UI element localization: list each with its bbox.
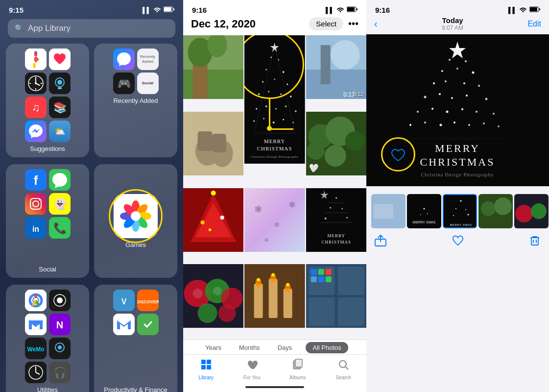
battery-p3 <box>529 6 540 14</box>
app-discover[interactable]: DISCOVER <box>137 290 159 311</box>
app-nubank-prod[interactable] <box>137 314 159 335</box>
photo-red-tree[interactable] <box>183 188 243 252</box>
app-facebook[interactable]: f <box>25 169 47 191</box>
app-gmail[interactable] <box>25 314 47 335</box>
nav-years[interactable]: Years <box>201 342 225 353</box>
strip-thumb-4[interactable] <box>478 194 513 228</box>
svg-text:❄: ❄ <box>274 220 280 229</box>
app-nubank[interactable]: N <box>49 314 71 335</box>
photo-baubles[interactable] <box>183 264 243 328</box>
app-photos-large[interactable] <box>114 194 158 238</box>
photo-main-display[interactable]: MERRY CHRISTMAS Christina Design Photogr… <box>366 34 549 186</box>
photos-date: Dec 12, 2020 <box>191 18 256 30</box>
nav-days[interactable]: Days <box>274 342 296 353</box>
nav-months[interactable]: Months <box>235 342 264 353</box>
photo-pastel[interactable]: ❄ ❄ ❄ ❄ <box>244 188 305 252</box>
app-clock[interactable] <box>25 73 47 94</box>
svg-rect-94 <box>357 8 358 10</box>
app-phone[interactable]: 📞 <box>49 217 71 239</box>
app-instagram[interactable] <box>25 193 47 215</box>
app-health[interactable] <box>49 49 71 70</box>
heart-favorite-button[interactable] <box>452 234 464 250</box>
wifi-p2 <box>336 6 344 14</box>
edit-button[interactable]: Edit <box>527 20 541 28</box>
svg-text:CHRISTMAS: CHRISTMAS <box>257 146 292 151</box>
app-messages[interactable] <box>49 169 71 191</box>
svg-point-149 <box>220 216 224 220</box>
svg-point-123 <box>292 122 294 123</box>
app-ring[interactable] <box>49 73 71 94</box>
select-button[interactable]: Select <box>309 17 343 30</box>
app-ring-util[interactable] <box>49 338 71 359</box>
app-games[interactable]: 🎮 <box>113 73 135 94</box>
tab-albums[interactable]: Albums <box>275 359 321 380</box>
app-wemo[interactable]: WeMo <box>25 338 47 359</box>
search-icon: 🔍 <box>15 24 24 33</box>
status-bar-p3: 9:16 ▌▌ <box>366 0 549 14</box>
svg-point-183 <box>257 278 260 281</box>
svg-point-213 <box>449 59 451 61</box>
back-button[interactable]: ‹ <box>374 18 378 29</box>
app-messenger-s[interactable] <box>25 121 47 142</box>
svg-point-222 <box>424 96 427 98</box>
app-music[interactable]: ♫ <box>25 97 47 118</box>
strip-thumb-3[interactable]: MERRY XMAS <box>443 194 477 228</box>
photo-outdoor1[interactable] <box>183 35 243 99</box>
svg-text:f: f <box>33 173 38 188</box>
svg-point-234 <box>424 122 426 123</box>
tab-library[interactable]: Library <box>183 359 229 380</box>
svg-rect-194 <box>310 276 316 282</box>
battery-icon <box>164 6 174 14</box>
social-label: Social <box>39 266 56 273</box>
strip-thumb-2[interactable]: MERRY XMAS <box>407 194 441 228</box>
svg-point-36 <box>39 199 40 201</box>
tab-search[interactable]: Search <box>321 359 367 380</box>
app-books[interactable]: 📚 <box>49 97 71 118</box>
status-icons-p1: ▌▌ <box>143 6 174 14</box>
app-gmail-prod[interactable] <box>113 314 135 335</box>
strip-thumb-5[interactable] <box>514 194 549 228</box>
nav-all-photos[interactable]: All Photos <box>306 342 348 353</box>
svg-point-218 <box>433 82 435 84</box>
app-photos[interactable] <box>25 49 47 70</box>
recently-added-grid: Recently Added 🎮 Social <box>113 49 159 94</box>
svg-rect-245 <box>374 204 393 219</box>
app-social-mini[interactable]: Social <box>137 73 159 94</box>
svg-point-217 <box>472 72 475 74</box>
more-button[interactable]: ••• <box>348 18 358 29</box>
app-weather-s[interactable]: ⛅ <box>49 121 71 142</box>
app-linkedin[interactable]: in <box>25 217 47 239</box>
recently-added-group: Recently Added 🎮 Social Recently Added <box>94 44 177 157</box>
svg-text:❄: ❄ <box>254 204 263 215</box>
photo-screenshots[interactable] <box>306 264 366 328</box>
svg-rect-191 <box>310 269 316 275</box>
photo-title: Today <box>442 16 463 24</box>
photo-boots[interactable] <box>183 112 243 175</box>
app-messenger-ra[interactable] <box>113 49 135 70</box>
photo-greenery[interactable]: 🤍 <box>306 112 366 175</box>
photo-strip[interactable]: MERRY XMAS MERRY XMAS <box>366 191 549 230</box>
photo-outdoor2[interactable]: 0:12 0:12 <box>306 35 366 99</box>
photo-xmas3[interactable]: MERRY CHRISTMAS <box>306 188 366 252</box>
share-button[interactable] <box>374 234 387 250</box>
home-bar-p2 <box>245 386 304 388</box>
app-snapchat[interactable]: 👻 <box>49 193 71 215</box>
svg-point-263 <box>515 205 533 222</box>
app-chrome[interactable] <box>25 290 47 311</box>
svg-text:Christina Design Photography: Christina Design Photography <box>421 172 494 177</box>
delete-button[interactable] <box>528 234 541 250</box>
app-headphones[interactable]: 🎧 <box>49 362 71 383</box>
svg-rect-137 <box>213 134 226 152</box>
photo-candles[interactable] <box>244 264 305 328</box>
strip-thumb-1[interactable] <box>371 194 406 228</box>
panel-app-library: 9:15 ▌▌ 🔍 App Library <box>0 0 183 392</box>
app-controls[interactable] <box>49 290 71 311</box>
app-clock-util[interactable] <box>25 362 47 383</box>
svg-point-120 <box>263 118 264 120</box>
app-venmo[interactable]: V <box>113 290 135 311</box>
photo-xmas-main[interactable]: MERRY CHRISTMAS Christina Design Photogr… <box>244 35 305 164</box>
svg-point-261 <box>494 197 512 215</box>
app-library-search[interactable]: 🔍 App Library <box>8 19 175 38</box>
app-ra-label[interactable]: Recently Added <box>137 49 159 70</box>
tab-for-you[interactable]: For You <box>229 359 275 380</box>
